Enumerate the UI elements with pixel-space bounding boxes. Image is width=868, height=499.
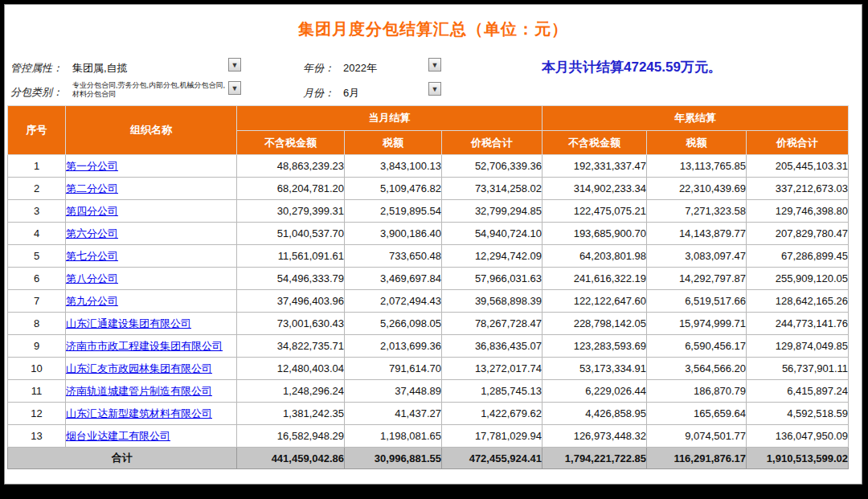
row-org-cell: 第九分公司 <box>66 290 237 313</box>
row-seq: 12 <box>8 403 66 425</box>
month-total-cell: 54,940,724.10 <box>442 223 542 245</box>
row-seq: 13 <box>8 425 66 448</box>
month-dropdown-button[interactable]: ▼ <box>428 82 441 96</box>
year-extax-cell: 126,973,448.32 <box>542 425 647 448</box>
header-month-extax: 不含税金额 <box>237 131 345 155</box>
row-seq: 6 <box>8 268 66 290</box>
year-total-cell: 6,415,897.24 <box>747 380 849 403</box>
month-extax-cell: 34,822,735.71 <box>237 335 345 358</box>
total-year-extax: 1,794,221,722.85 <box>542 448 647 469</box>
year-tax-cell: 7,271,323.58 <box>647 200 747 223</box>
org-link[interactable]: 第七分公司 <box>66 250 118 262</box>
year-tax-cell: 14,143,879.77 <box>647 223 747 245</box>
month-tax-cell: 3,469,697.84 <box>345 268 442 290</box>
total-label: 合计 <box>8 448 237 469</box>
org-link[interactable]: 第二分公司 <box>66 182 118 194</box>
year-dropdown-button[interactable]: ▼ <box>428 58 441 72</box>
year-extax-cell: 241,616,322.19 <box>542 268 647 290</box>
month-total-cell: 12,294,742.09 <box>442 245 542 268</box>
header-year-extax: 不含税金额 <box>542 131 647 155</box>
month-tax-cell: 2,072,494.43 <box>345 290 442 313</box>
year-total-cell: 255,909,120.05 <box>747 268 849 290</box>
month-total-cell: 52,706,339.36 <box>442 155 542 178</box>
year-total-cell: 244,773,141.76 <box>747 313 849 335</box>
row-org-cell: 烟台业达建工有限公司 <box>66 425 237 448</box>
table-header: 序号 组织名称 当月结算 年累结算 不含税金额 税额 价税合计 不含税金额 税额… <box>8 106 849 155</box>
month-extax-cell: 68,204,781.20 <box>237 178 345 200</box>
subcontract-type-dropdown-button[interactable]: ▼ <box>228 81 241 95</box>
org-link[interactable]: 烟台业达建工有限公司 <box>66 430 170 442</box>
org-link[interactable]: 第八分公司 <box>66 272 118 284</box>
year-total-cell: 67,286,899.45 <box>747 245 849 268</box>
row-org-cell: 济南轨道城建管片制造有限公司 <box>66 380 237 403</box>
month-extax-cell: 16,582,948.29 <box>237 425 345 448</box>
month-tax-cell: 2,519,895.54 <box>345 200 442 223</box>
month-tax-cell: 3,900,186.40 <box>345 223 442 245</box>
row-org-cell: 山东汇达新型建筑材料有限公司 <box>66 403 237 425</box>
table-row: 12山东汇达新型建筑材料有限公司1,381,242.3541,437.271,4… <box>8 403 849 425</box>
table-row: 6第八分公司54,496,333.793,469,697.8457,966,03… <box>8 268 849 290</box>
row-seq: 3 <box>8 200 66 223</box>
year-total-cell: 129,874,049.85 <box>747 335 849 358</box>
total-month-total: 472,455,924.41 <box>442 448 542 469</box>
row-seq: 10 <box>8 358 66 380</box>
header-month-group: 当月结算 <box>237 106 542 131</box>
year-extax-cell: 228,798,142.05 <box>542 313 647 335</box>
header-month-tax: 税额 <box>345 131 442 155</box>
month-tax-cell: 1,198,081.65 <box>345 425 442 448</box>
table-row: 9济南市市政工程建设集团有限公司34,822,735.712,013,699.3… <box>8 335 849 358</box>
table-row: 8山东汇通建设集团有限公司73,001,630.435,266,098.0578… <box>8 313 849 335</box>
year-extax-cell: 314,902,233.34 <box>542 178 647 200</box>
subcontract-type-label: 分包类别： <box>10 85 63 100</box>
table-row: 13烟台业达建工有限公司16,582,948.291,198,081.6517,… <box>8 425 849 448</box>
year-extax-cell: 122,475,075.21 <box>542 200 647 223</box>
org-link[interactable]: 济南市市政工程建设集团有限公司 <box>66 340 223 352</box>
header-month-total: 价税合计 <box>442 131 542 155</box>
org-link[interactable]: 山东汇达新型建筑材料有限公司 <box>66 407 212 419</box>
settlement-table: 序号 组织名称 当月结算 年累结算 不含税金额 税额 价税合计 不含税金额 税额… <box>7 105 849 469</box>
month-tax-cell: 41,437.27 <box>345 403 442 425</box>
org-link[interactable]: 山东汇通建设集团有限公司 <box>66 317 191 329</box>
row-org-cell: 济南市市政工程建设集团有限公司 <box>66 335 237 358</box>
row-seq: 1 <box>8 155 66 178</box>
org-link[interactable]: 第九分公司 <box>66 295 118 307</box>
month-total-cell: 32,799,294.85 <box>442 200 542 223</box>
year-total-cell: 56,737,901.11 <box>747 358 849 380</box>
dropdown-arrow-icon: ▼ <box>231 61 239 69</box>
row-org-cell: 第八分公司 <box>66 268 237 290</box>
year-value: 2022年 <box>343 61 377 76</box>
total-row: 合计 441,459,042.86 30,996,881.55 472,455,… <box>8 448 849 469</box>
month-extax-cell: 11,561,091.61 <box>237 245 345 268</box>
row-seq: 2 <box>8 178 66 200</box>
org-link[interactable]: 山东汇友市政园林集团有限公司 <box>66 362 212 374</box>
year-extax-cell: 6,229,026.44 <box>542 380 647 403</box>
control-attr-dropdown-button[interactable]: ▼ <box>228 58 241 72</box>
month-extax-cell: 12,480,403.04 <box>237 358 345 380</box>
year-tax-cell: 165,659.64 <box>647 403 747 425</box>
year-total-cell: 128,642,165.26 <box>747 290 849 313</box>
year-total-cell: 205,445,103.31 <box>747 155 849 178</box>
month-tax-cell: 3,843,100.13 <box>345 155 442 178</box>
year-total-cell: 129,746,398.80 <box>747 200 849 223</box>
header-seq: 序号 <box>8 106 66 155</box>
org-link[interactable]: 第一分公司 <box>66 160 118 172</box>
row-org-cell: 第一分公司 <box>66 155 237 178</box>
header-org: 组织名称 <box>66 106 237 155</box>
month-extax-cell: 30,279,399.31 <box>237 200 345 223</box>
subcontract-type-value: 专业分包合同,劳务分包,内部分包,机械分包合同,材料分包合同 <box>72 81 230 99</box>
dropdown-arrow-icon: ▼ <box>432 85 439 93</box>
month-tax-cell: 5,109,476.82 <box>345 178 442 200</box>
total-year-tax: 116,291,876.17 <box>647 448 747 469</box>
table-row: 7第九分公司37,496,403.962,072,494.4339,568,89… <box>8 290 849 313</box>
org-link[interactable]: 第六分公司 <box>66 227 118 239</box>
table-row: 1第一分公司48,863,239.233,843,100.1352,706,33… <box>8 155 849 178</box>
year-total-cell: 337,212,673.03 <box>747 178 849 200</box>
year-tax-cell: 22,310,439.69 <box>647 178 747 200</box>
month-tax-cell: 37,448.89 <box>345 380 442 403</box>
org-link[interactable]: 第四分公司 <box>66 205 118 217</box>
month-total-cell: 57,966,031.63 <box>442 268 542 290</box>
month-total-cell: 1,422,679.62 <box>442 403 542 425</box>
table-row: 4第六分公司51,040,537.703,900,186.4054,940,72… <box>8 223 849 245</box>
row-org-cell: 山东汇友市政园林集团有限公司 <box>66 358 237 380</box>
org-link[interactable]: 济南轨道城建管片制造有限公司 <box>66 385 212 397</box>
